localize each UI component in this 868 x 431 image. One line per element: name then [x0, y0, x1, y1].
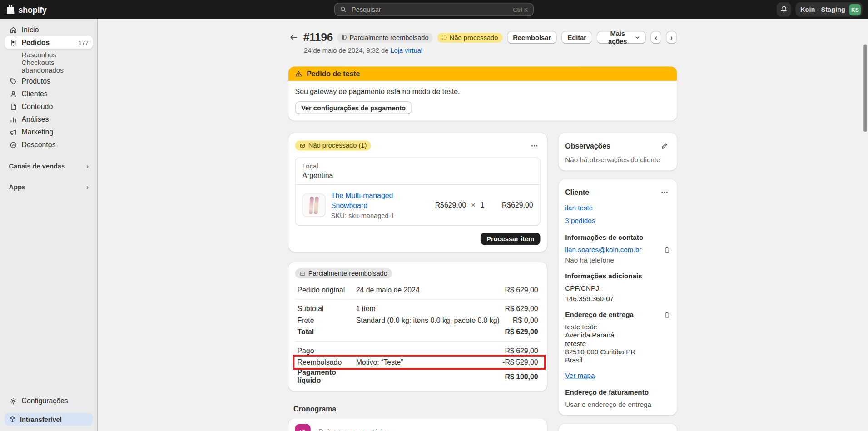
payment-row-label: Frete — [297, 316, 356, 324]
unfulfilled-card-badge: Não processado (1) — [295, 141, 371, 151]
section-label: Apps — [9, 183, 26, 191]
more-actions-button[interactable]: Mais ações — [597, 31, 646, 44]
billing-address-value: Usar o endereço de entrega — [565, 401, 670, 408]
customer-name-link[interactable]: ilan teste — [565, 204, 593, 212]
shopify-admin: shopify Ctrl K Koin - Staging KS — [0, 0, 868, 431]
orders-count-badge: 177 — [79, 39, 89, 46]
payment-row-reembolsado: Reembolsado Motivo: “Teste” -R$ 529,00 — [295, 357, 541, 368]
chevron-right-icon: › — [670, 33, 673, 41]
button-label: Editar — [568, 34, 586, 41]
view-payment-settings-button[interactable]: Ver configurações de pagamento — [295, 101, 412, 114]
search-icon — [340, 6, 347, 13]
notes-title: Observações — [565, 141, 610, 149]
sidebar-section-apps[interactable]: Apps › — [5, 180, 93, 193]
shopify-logo[interactable]: shopify — [5, 4, 46, 15]
payment-row-label: Reembolsado — [297, 358, 356, 367]
edit-notes-button[interactable] — [658, 139, 670, 152]
payment-row-label: Pedido original — [297, 286, 356, 294]
fulfillment-overflow-menu-button[interactable] — [528, 139, 541, 152]
button-label: Ver configurações de pagamento — [301, 104, 406, 112]
sidebar-item-analises[interactable]: Análises — [5, 113, 93, 126]
sales-channel-link[interactable]: Loja virtual — [390, 46, 422, 54]
sidebar-footer-intransferivel[interactable]: Intransferível — [5, 413, 93, 426]
payment-card-icon — [299, 270, 305, 276]
button-label: Processar item — [486, 235, 534, 243]
order-date: 24 de maio de 2024, 9:32 de — [304, 46, 388, 54]
sidebar-item-label: Marketing — [22, 128, 54, 136]
line-total: R$629,00 — [499, 201, 533, 209]
topbar: shopify Ctrl K Koin - Staging KS — [0, 0, 868, 19]
multiply-sign: × — [471, 201, 475, 209]
payment-row-total: Total R$ 629,00 — [295, 326, 541, 338]
payment-row-pago: Pago R$ 629,00 — [295, 345, 541, 357]
quantity: 1 — [481, 201, 485, 209]
customer-email-link[interactable]: ilan.soares@koin.com.br — [565, 246, 641, 253]
notes-empty-text: Não há observações do cliente — [565, 156, 670, 164]
copy-email-icon[interactable] — [664, 246, 670, 253]
search-input[interactable] — [350, 5, 509, 14]
refund-button[interactable]: Reembolsar — [507, 31, 557, 44]
view-map-link[interactable]: Ver mapa — [565, 372, 595, 380]
button-label: Mais ações — [603, 30, 632, 45]
back-button[interactable] — [288, 32, 299, 43]
banner-title: Pedido de teste — [307, 69, 360, 78]
partially-refunded-card-badge: Parcialmente reembolsado — [295, 268, 392, 278]
timeline-title: Cronograma — [293, 405, 547, 413]
sidebar-item-clientes[interactable]: Clientes — [5, 88, 93, 100]
package-route-icon — [9, 416, 16, 423]
sidebar-item-produtos[interactable]: Produtos — [5, 75, 93, 88]
payment-row-amount: R$ 100,00 — [505, 372, 538, 381]
payment-row-label: Subtotal — [297, 304, 356, 312]
gear-icon — [9, 397, 17, 405]
next-order-button[interactable]: › — [666, 31, 677, 44]
package-icon — [299, 143, 305, 149]
customer-orders-link[interactable]: 3 pedidos — [565, 217, 595, 225]
sidebar-item-checkouts-abandonados[interactable]: Checkouts abandonados — [5, 60, 93, 72]
product-sku: SKU: sku-managed-1 — [331, 212, 430, 220]
sidebar-item-inicio[interactable]: Início — [5, 23, 93, 36]
payment-row-detail: Motivo: “Teste” — [356, 358, 503, 367]
payment-row-amount: R$ 629,00 — [505, 286, 538, 294]
home-icon — [9, 26, 17, 34]
previous-order-button[interactable]: ‹ — [650, 31, 661, 44]
store-menu[interactable]: Koin - Staging KS — [795, 2, 863, 17]
scrollbar-thumb[interactable] — [863, 45, 867, 132]
additional-info-title: Informações adicionais — [565, 272, 670, 280]
chevron-right-icon: › — [86, 162, 89, 169]
sidebar-item-pedidos[interactable]: Pedidos 177 — [5, 36, 93, 49]
no-phone-text: Não há telefone — [565, 256, 670, 264]
badge-label: Parcialmente reembolsado — [308, 270, 387, 277]
store-avatar: KS — [849, 4, 861, 15]
payment-row-amount: R$ 629,00 — [505, 347, 538, 355]
cpf-label: CPF/CNPJ: — [565, 284, 670, 292]
sidebar-item-conteudo[interactable]: Conteúdo — [5, 100, 93, 113]
address-line: 82510-000 Curitiba PR — [565, 348, 670, 357]
test-order-banner: Pedido de teste Seu gateway de pagamento… — [288, 66, 677, 120]
content-file-icon — [9, 103, 17, 110]
payment-row-detail: Standard (0.0 kg: itens 0.0 kg, pacote 0… — [356, 316, 513, 324]
edit-button[interactable]: Editar — [561, 31, 592, 44]
sidebar-section-canais-de-vendas[interactable]: Canais de vendas › — [5, 159, 93, 172]
notifications-button[interactable] — [777, 2, 791, 17]
fulfill-item-button[interactable]: Processar item — [481, 233, 541, 245]
customer-overflow-menu-button[interactable] — [658, 186, 670, 198]
store-name: Koin - Staging — [800, 5, 845, 13]
sidebar-item-label: Conteúdo — [22, 102, 53, 110]
main-area: #1196 Parcialmente reembolsado Não proce… — [98, 19, 868, 431]
sidebar-item-marketing[interactable]: Marketing — [5, 126, 93, 139]
sidebar-item-label: Configurações — [22, 397, 68, 405]
line-item-row: The Multi-managed Snowboard SKU: sku-man… — [296, 185, 540, 225]
product-link[interactable]: The Multi-managed Snowboard — [331, 192, 393, 210]
payment-row-liquido: Pagamento líquido R$ 100,00 — [295, 368, 541, 385]
comment-input[interactable] — [317, 427, 540, 431]
sidebar-item-configuracoes[interactable]: Configurações — [5, 395, 93, 407]
global-search[interactable]: Ctrl K — [334, 3, 534, 16]
payment-row-amount: -R$ 529,00 — [502, 358, 538, 367]
sidebar-item-label: Clientes — [22, 89, 48, 98]
customer-card: Cliente ilan teste 3 pedidos Informações… — [559, 179, 677, 415]
customers-icon — [9, 90, 17, 98]
copy-address-icon[interactable] — [664, 312, 670, 318]
address-line: Brasil — [565, 357, 670, 365]
sidebar-item-descontos[interactable]: Descontos — [5, 139, 93, 151]
shopify-bag-icon — [5, 4, 15, 15]
